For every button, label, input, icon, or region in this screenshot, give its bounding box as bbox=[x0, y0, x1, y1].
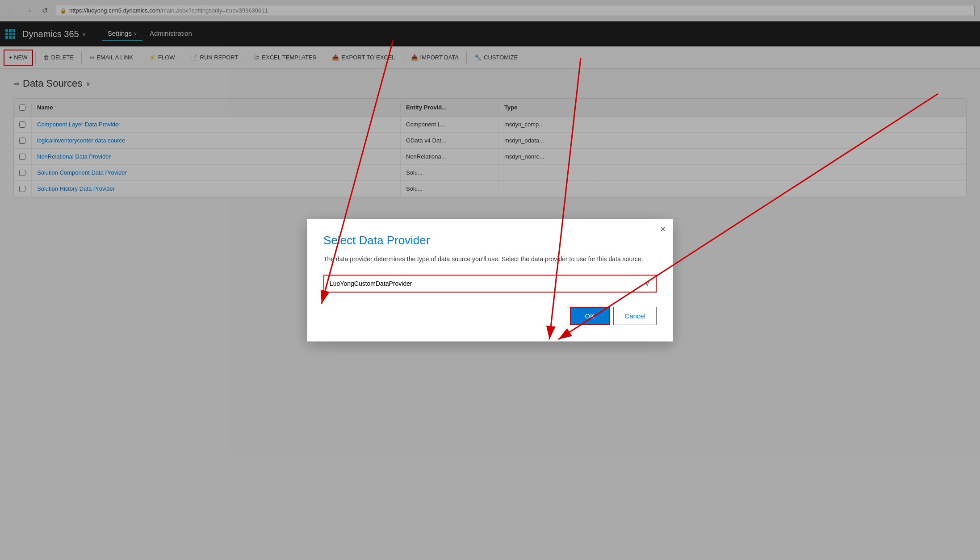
dialog-footer: OK Cancel bbox=[323, 307, 657, 325]
select-chevron-icon: ∨ bbox=[639, 276, 656, 292]
select-data-provider-dialog: × Select Data Provider The data provider… bbox=[307, 219, 673, 342]
dialog-title: Select Data Provider bbox=[323, 234, 657, 247]
dialog-overlay: × Select Data Provider The data provider… bbox=[0, 0, 980, 557]
data-provider-select-wrapper: LuoYongCustomDataProvider Component Laye… bbox=[323, 275, 657, 293]
dialog-description: The data provider determines the type of… bbox=[323, 255, 657, 264]
dialog-ok-button[interactable]: OK bbox=[570, 307, 610, 325]
dialog-cancel-button[interactable]: Cancel bbox=[613, 307, 657, 325]
dialog-close-button[interactable]: × bbox=[660, 225, 666, 234]
data-provider-select[interactable]: LuoYongCustomDataProvider Component Laye… bbox=[324, 276, 639, 292]
